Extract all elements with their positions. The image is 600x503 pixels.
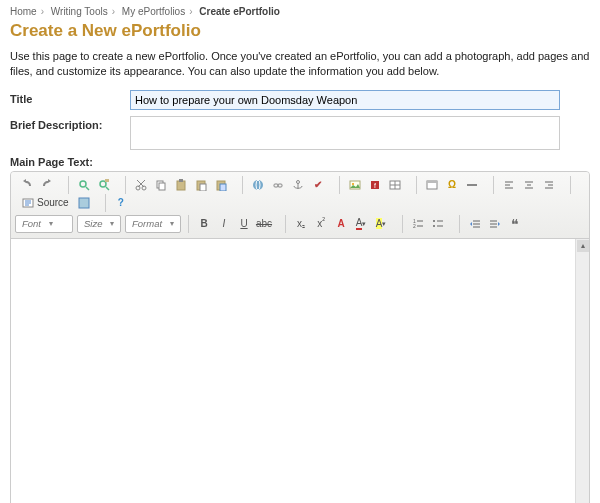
replace-icon[interactable] <box>95 176 113 194</box>
underline-icon[interactable]: U <box>235 215 253 233</box>
redo-icon[interactable] <box>38 176 56 194</box>
svg-rect-19 <box>274 184 278 187</box>
svg-rect-20 <box>278 184 282 187</box>
breadcrumb-link[interactable]: Home <box>10 6 37 17</box>
svg-point-0 <box>80 181 86 187</box>
indent-icon[interactable] <box>486 215 504 233</box>
format-combo[interactable]: Format▾ <box>125 215 181 233</box>
svg-text:f: f <box>374 182 376 189</box>
source-button[interactable]: Source <box>17 195 74 211</box>
main-page-text-input[interactable] <box>11 239 575 503</box>
svg-point-51 <box>433 220 435 222</box>
iframe-icon[interactable] <box>423 176 441 194</box>
help-icon[interactable]: ? <box>112 194 130 212</box>
bulleted-list-icon[interactable] <box>429 215 447 233</box>
scroll-up-icon[interactable]: ▴ <box>577 240 589 252</box>
align-right-icon[interactable] <box>540 176 558 194</box>
unlink-icon[interactable] <box>269 176 287 194</box>
bold-icon[interactable]: B <box>195 215 213 233</box>
italic-icon[interactable]: I <box>215 215 233 233</box>
copy-icon[interactable] <box>152 176 170 194</box>
horizontal-rule-icon[interactable] <box>463 176 481 194</box>
text-color-icon[interactable]: A▾ <box>352 215 370 233</box>
paste-word-icon[interactable] <box>212 176 230 194</box>
anchor-icon[interactable] <box>289 176 307 194</box>
font-family-combo[interactable]: Font▾ <box>15 215 73 233</box>
brief-description-input[interactable] <box>130 116 560 150</box>
page-title: Create a New ePortfolio <box>10 21 590 41</box>
svg-point-17 <box>253 180 263 190</box>
intro-text: Use this page to create a new ePortfolio… <box>10 49 590 80</box>
cut-icon[interactable] <box>132 176 150 194</box>
title-input[interactable] <box>130 90 560 110</box>
table-icon[interactable] <box>386 176 404 194</box>
align-left-icon[interactable] <box>500 176 518 194</box>
special-char-icon[interactable]: Ω <box>443 176 461 194</box>
svg-line-1 <box>86 187 89 190</box>
undo-icon[interactable] <box>18 176 36 194</box>
find-icon[interactable] <box>75 176 93 194</box>
svg-rect-10 <box>159 183 165 190</box>
breadcrumb-link[interactable]: My ePortfolios <box>122 6 185 17</box>
image-icon[interactable] <box>346 176 364 194</box>
remove-format-icon[interactable]: A <box>332 215 350 233</box>
maximize-icon[interactable] <box>75 194 93 212</box>
svg-rect-14 <box>200 184 206 191</box>
svg-rect-46 <box>79 198 89 208</box>
flash-icon[interactable]: f <box>366 176 384 194</box>
svg-text:2: 2 <box>413 223 416 229</box>
link-icon[interactable] <box>249 176 267 194</box>
svg-rect-11 <box>177 181 185 190</box>
breadcrumb: Home› Writing Tools› My ePortfolios› Cre… <box>10 6 590 17</box>
svg-rect-16 <box>220 184 226 191</box>
spellcheck-icon[interactable]: ✔ <box>309 176 327 194</box>
breadcrumb-current: Create ePortfolio <box>199 6 280 17</box>
editor-toolbar: ✔ f Ω S <box>11 172 589 239</box>
svg-point-24 <box>352 183 354 185</box>
paste-text-icon[interactable] <box>192 176 210 194</box>
strike-icon[interactable]: abc <box>255 215 273 233</box>
blockquote-icon[interactable]: ❝ <box>506 215 524 233</box>
label-brief-description: Brief Description: <box>10 116 130 131</box>
superscript-icon[interactable]: x² <box>312 215 330 233</box>
subscript-icon[interactable]: x₂ <box>292 215 310 233</box>
svg-point-53 <box>433 225 435 227</box>
svg-rect-4 <box>105 179 109 182</box>
svg-line-3 <box>106 187 109 190</box>
paste-icon[interactable] <box>172 176 190 194</box>
editor-scrollbar[interactable]: ▴ ▾ <box>575 239 589 503</box>
svg-rect-12 <box>179 179 183 182</box>
svg-rect-31 <box>427 181 437 183</box>
rich-text-editor: ✔ f Ω S <box>10 171 590 503</box>
label-title: Title <box>10 90 130 105</box>
label-main-page-text: Main Page Text: <box>10 156 590 168</box>
font-size-combo[interactable]: Size▾ <box>77 215 121 233</box>
outdent-icon[interactable] <box>466 215 484 233</box>
bg-color-icon[interactable]: A▾ <box>372 215 390 233</box>
breadcrumb-link[interactable]: Writing Tools <box>51 6 108 17</box>
align-center-icon[interactable] <box>520 176 538 194</box>
numbered-list-icon[interactable]: 12 <box>409 215 427 233</box>
